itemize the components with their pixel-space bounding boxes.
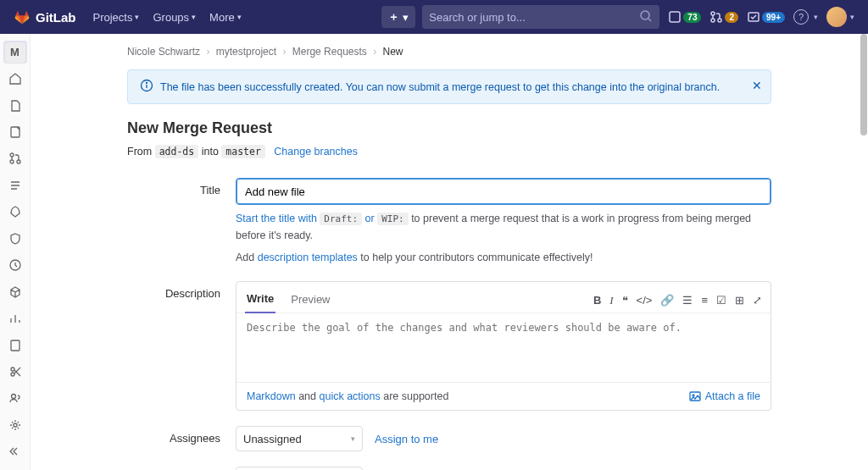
nav-more[interactable]: More▾ (203, 11, 248, 24)
sidebar-requirements[interactable] (3, 174, 27, 196)
avatar[interactable] (826, 7, 847, 27)
users-icon (8, 391, 22, 405)
sidebar-issues[interactable] (3, 120, 27, 143)
link-icon[interactable]: 🔗 (660, 294, 674, 307)
breadcrumb-section[interactable]: Merge Requests (292, 46, 367, 58)
svg-point-19 (147, 83, 147, 84)
description-textarea[interactable] (236, 313, 771, 379)
chevron-down-icon: ▾ (814, 13, 818, 21)
alert-close-button[interactable]: ✕ (752, 79, 762, 92)
issues-icon (668, 10, 682, 24)
bold-icon[interactable]: B (593, 294, 601, 307)
tab-write[interactable]: Write (245, 289, 275, 313)
new-dropdown[interactable]: ＋▾ (381, 6, 415, 28)
search-input[interactable] (429, 11, 639, 24)
svg-point-3 (711, 12, 715, 15)
milestone-select[interactable]: Milestone ▾ (236, 467, 363, 470)
code-icon[interactable]: </> (637, 294, 653, 307)
title-hint-link[interactable]: Start the title with (236, 213, 320, 224)
nav-menu: Projects▾ Groups▾ More▾ (86, 11, 248, 24)
alert-text: The file has been successfully created. … (160, 81, 720, 93)
svg-point-21 (693, 395, 694, 396)
svg-point-8 (10, 153, 14, 157)
task-list-icon[interactable]: ☑ (716, 294, 726, 307)
title-input[interactable] (236, 178, 771, 205)
italic-icon[interactable]: I (609, 294, 613, 307)
chevron-down-icon: ▾ (351, 434, 355, 443)
chevron-down-icon: ▾ (237, 13, 242, 21)
mr-counter[interactable]: 2 (709, 10, 738, 24)
scissors-icon (8, 365, 22, 379)
chevron-down-icon: ▾ (403, 11, 409, 24)
global-search[interactable] (422, 5, 659, 29)
svg-point-15 (11, 395, 15, 399)
svg-rect-2 (670, 12, 680, 22)
todos-counter[interactable]: 99+ (747, 10, 785, 24)
sidebar-settings[interactable] (3, 413, 27, 436)
sidebar-members[interactable] (3, 387, 27, 410)
project-sidebar: M (0, 34, 31, 470)
sidebar-packages[interactable] (3, 280, 27, 303)
sidebar-collapse[interactable] (3, 440, 27, 463)
quick-actions-link[interactable]: quick actions (319, 390, 380, 402)
number-list-icon[interactable]: ≡ (701, 294, 708, 307)
fullscreen-icon[interactable]: ⤢ (753, 294, 762, 307)
content-area: Nicole Schwartz › mytestproject › Merge … (31, 34, 868, 470)
sidebar-cicd[interactable] (3, 201, 27, 224)
svg-point-14 (11, 373, 14, 376)
sidebar-wiki[interactable] (3, 334, 27, 357)
scrollbar-thumb[interactable] (860, 34, 867, 135)
plus-icon: ＋ (388, 9, 399, 25)
attach-file-button[interactable]: Attach a file (688, 390, 760, 403)
sidebar-snippets[interactable] (3, 360, 27, 383)
milestone-label: Milestone (127, 467, 236, 470)
assignees-select[interactable]: Unassigned ▾ (236, 426, 363, 451)
tab-preview[interactable]: Preview (289, 290, 331, 312)
package-icon (8, 285, 22, 299)
sidebar-home[interactable] (3, 67, 27, 90)
change-branches-link[interactable]: Change branches (274, 146, 358, 158)
sidebar-merge-requests[interactable] (3, 147, 27, 170)
markdown-link[interactable]: Markdown (247, 390, 296, 402)
assign-to-me-link[interactable]: Assign to me (375, 433, 438, 445)
assignees-label: Assignees (127, 426, 236, 451)
breadcrumb-project[interactable]: mytestproject (216, 46, 276, 58)
nav-projects[interactable]: Projects▾ (86, 11, 147, 24)
sidebar-security[interactable] (3, 227, 27, 250)
image-icon (688, 390, 702, 403)
description-templates-link[interactable]: description templates (258, 252, 358, 263)
gitlab-logo[interactable]: GitLab (14, 8, 76, 25)
chevron-down-icon: ▾ (850, 13, 854, 21)
scrollbar[interactable] (860, 34, 868, 470)
collapse-icon (8, 445, 22, 458)
table-icon[interactable]: ⊞ (735, 294, 744, 307)
source-branch: add-ds (155, 145, 199, 158)
info-icon (140, 79, 153, 95)
chart-icon (8, 312, 22, 325)
svg-line-1 (648, 19, 651, 21)
file-icon (8, 99, 22, 113)
quote-icon[interactable]: ❝ (622, 294, 628, 307)
issues-counter[interactable]: 73 (668, 10, 701, 24)
target-branch: master (221, 145, 265, 158)
chevron-down-icon: ▾ (192, 13, 196, 21)
gear-icon (8, 418, 22, 432)
page-title: New Merge Request (127, 119, 771, 137)
tanuki-icon (14, 8, 31, 25)
nav-groups[interactable]: Groups▾ (146, 11, 203, 24)
todos-icon (747, 10, 760, 24)
chevron-down-icon: ▾ (135, 13, 139, 21)
breadcrumb-owner[interactable]: Nicole Schwartz (127, 46, 200, 58)
sidebar-project[interactable]: M (3, 41, 27, 64)
bullet-list-icon[interactable]: ☰ (682, 294, 693, 307)
svg-point-10 (17, 160, 20, 163)
sidebar-analytics[interactable] (3, 307, 27, 329)
sidebar-operations[interactable] (3, 254, 27, 277)
sidebar-repository[interactable] (3, 94, 27, 117)
md-toolbar: B I ❝ </> 🔗 ☰ ≡ ☑ ⊞ ⤢ (593, 294, 762, 307)
description-editor: Write Preview B I ❝ </> 🔗 ☰ ≡ ☑ (236, 281, 771, 411)
svg-point-4 (711, 19, 715, 22)
success-alert: The file has been successfully created. … (127, 69, 771, 104)
help-button[interactable]: ? (793, 9, 809, 25)
operations-icon (8, 258, 22, 272)
